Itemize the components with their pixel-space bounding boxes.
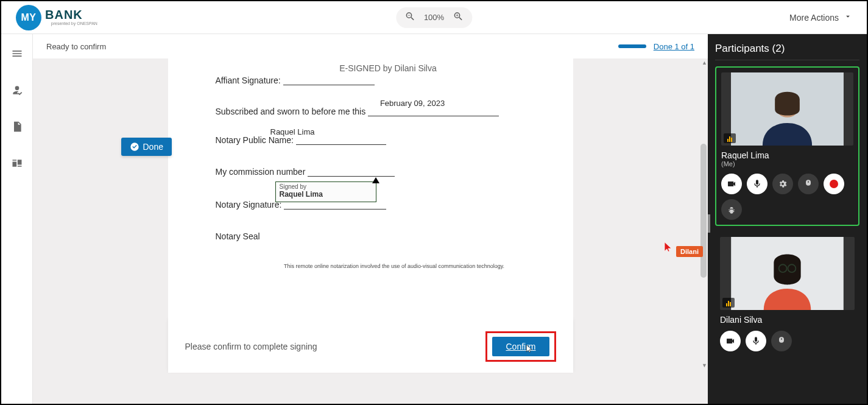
virus-scan-button[interactable] [721,199,742,220]
scroll-thumb[interactable] [700,144,707,278]
status-text: Ready to confirm [46,42,106,51]
audio-level-icon [724,133,736,143]
subscribed-label: Subscribed and sworn to before me this [216,107,366,116]
video-tile-remote[interactable] [720,237,855,310]
mic-toggle-remote[interactable] [746,331,766,351]
camera-toggle[interactable] [721,174,742,194]
avatar-icon [720,237,855,310]
scrollbar[interactable]: ▲ ▼ [699,58,708,404]
camera-toggle-remote[interactable] [720,331,741,351]
affiant-signature-line [283,85,375,85]
check-circle-icon [130,142,139,152]
panel-resize-handle[interactable] [708,214,713,233]
journal-icon[interactable] [11,157,23,172]
affiant-signature-label: Affiant Signature: [216,76,281,85]
esigned-stamp: E-SIGNED by Dilani Silva [240,63,537,73]
participants-title: Participants (2) [715,43,859,60]
done-progress-link[interactable]: Done 1 of 1 [654,42,694,51]
participant-name-remote: Dilani Silva [720,315,855,325]
participant-card-remote: Dilani Silva [715,232,859,356]
mic-toggle[interactable] [747,174,767,194]
participants-panel: Participants (2) Raquel Lima (Me) [708,34,867,404]
cursor-arrow-icon [663,240,674,253]
settings-button[interactable] [772,174,793,194]
subscribed-line [368,116,499,116]
scroll-down-icon[interactable]: ▼ [702,362,707,368]
signature-arrow-icon [372,177,379,183]
logo-circle: MY [16,5,41,30]
zoom-out-icon[interactable] [404,11,415,24]
confirm-message: Please confirm to complete signing [185,342,317,351]
participant-card-self: Raquel Lima (Me) [715,66,859,226]
avatar-icon [721,72,853,146]
participant-sub-self: (Me) [721,160,853,167]
document-region: Ready to confirm Done 1 of 1 Done E-SIGN… [33,34,708,404]
signature-box-line1: Signed by [280,183,372,190]
technology-note: This remote online notarization involved… [252,263,537,269]
chevron-down-icon [844,12,852,23]
signer-icon[interactable] [11,84,23,99]
logo-text: BANK [45,8,83,22]
left-rail [1,34,33,404]
zoom-in-icon[interactable] [453,11,464,24]
brand-logo: MY BANK presented by ONESPAN [16,5,133,30]
progress-bar [618,44,646,48]
done-button[interactable]: Done [121,138,172,156]
menu-icon[interactable] [11,48,23,62]
confirm-highlight: Confirm [485,331,556,362]
notary-seal-label: Notary Seal [216,231,537,241]
signature-box[interactable]: Signed by Raquel Lima [275,181,376,202]
zoom-control: 100% [396,7,472,28]
confirm-button-label: Confirm [506,342,535,351]
confirm-button[interactable]: Confirm [492,337,549,356]
remote-control-button-remote[interactable] [771,331,792,351]
commission-number-label: My commission number [216,167,306,177]
record-icon [830,180,838,188]
notary-name-line [296,144,386,145]
commission-number-line [308,176,395,177]
remote-cursor: Dilani [663,240,703,257]
remote-control-button[interactable] [798,174,819,194]
signature-box-line2: Raquel Lima [280,190,372,199]
record-button[interactable] [824,174,844,194]
participant-name-self: Raquel Lima [721,150,853,160]
document-page: Done E-SIGNED by Dilani Silva Affiant Si… [168,58,573,320]
audio-level-icon [722,298,735,308]
remote-cursor-tag: Dilani [676,246,703,257]
notary-name-label: Notary Public Name: [216,135,294,145]
notary-signature-label: Notary Signature: [216,200,282,210]
scroll-up-icon[interactable]: ▲ [702,60,707,66]
done-button-label: Done [143,142,163,152]
document-icon[interactable] [11,121,23,135]
logo-subtext: presented by ONESPAN [51,21,97,26]
video-tile-self[interactable] [721,72,853,146]
more-actions-menu[interactable]: More Actions [789,12,852,23]
notary-signature-line [284,209,386,210]
more-actions-label: More Actions [789,13,839,23]
zoom-value: 100% [424,13,444,22]
